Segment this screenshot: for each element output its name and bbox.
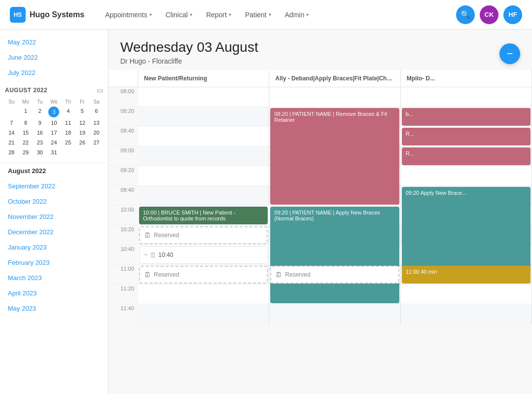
nav-label-patient: Patient <box>245 11 267 19</box>
calendar-grid-body: 08:0008:2008:4009:0009:2009:4010:0010:20… <box>108 87 532 324</box>
time-slot-08:20: 08:20 <box>108 107 138 127</box>
slot-col0-11:20[interactable] <box>138 285 269 304</box>
mini-cal-day-12[interactable]: 12 <box>76 118 89 127</box>
mini-cal-day-25[interactable]: 25 <box>62 138 75 147</box>
sidebar-month-June-2022[interactable]: June 2022 <box>0 50 108 65</box>
mini-cal-day-10[interactable]: 10 <box>47 118 61 127</box>
chevron-icon-admin: ▾ <box>306 12 309 17</box>
mini-cal-day-13[interactable]: 13 <box>90 118 103 127</box>
slot-col0-08:20[interactable] <box>138 107 269 127</box>
sidebar-month-March-2023[interactable]: March 2023 <box>0 270 108 286</box>
appt-col3-b[interactable]: b... <box>402 108 531 126</box>
mini-cal-day-8[interactable]: 8 <box>19 118 33 127</box>
mini-cal-day-1[interactable]: 1 <box>19 107 33 117</box>
mini-cal-day-9[interactable]: 9 <box>33 118 46 127</box>
mini-cal-day-header: Su <box>5 98 18 106</box>
nav-item-appointments[interactable]: Appointments▾ <box>99 7 158 23</box>
calendar-area[interactable]: New Patient/Returning Ally - Deband|Appl… <box>108 70 532 394</box>
slot-col2-09:20[interactable] <box>401 166 532 186</box>
appt-col3-r1[interactable]: R... <box>402 128 531 145</box>
search-button[interactable]: 🔍 <box>456 5 475 24</box>
chevron-icon-report: ▾ <box>229 12 231 17</box>
sidebar-month-January-2023[interactable]: January 2023 <box>0 240 108 255</box>
sidebar-month-May-2022[interactable]: May 2022 <box>0 35 108 50</box>
appt-reserved-1100[interactable]: 🗓Reserved <box>139 266 268 284</box>
avatar-hf[interactable]: HF <box>503 5 522 24</box>
appt-col3-r2[interactable]: R... <box>402 147 531 165</box>
slot-col0-09:20[interactable] <box>138 166 269 186</box>
mini-cal-day-5[interactable]: 5 <box>76 107 89 117</box>
mini-cal-day-29[interactable]: 29 <box>19 148 33 157</box>
mini-cal-day-26[interactable]: 26 <box>76 138 89 147</box>
slot-col0-09:40[interactable] <box>138 186 269 206</box>
mini-cal-day-19[interactable]: 19 <box>76 128 89 137</box>
time-slot-11:00: 11:00 <box>108 265 138 285</box>
sidebar-month-October-2022[interactable]: October 2022 <box>0 194 108 209</box>
sidebar-month-September-2022[interactable]: September 2022 <box>0 179 108 194</box>
slot-col2-11:20[interactable] <box>401 285 532 304</box>
avatar-ck[interactable]: CK <box>480 5 498 24</box>
nav-links: Appointments▾Clinical▾Report▾Patient▾Adm… <box>99 7 456 23</box>
mini-cal-nav-icon[interactable]: ▭ <box>97 86 103 94</box>
mini-cal-day-header: We <box>47 98 61 106</box>
sidebar-month-February-2023[interactable]: February 2023 <box>0 255 108 270</box>
sidebar-month-August-2022[interactable]: August 2022 <box>0 163 108 179</box>
mini-cal-day-31[interactable]: 31 <box>47 148 61 157</box>
slot-col0-11:40[interactable] <box>138 304 269 324</box>
mini-cal-day-14[interactable]: 14 <box>5 128 18 137</box>
mini-cal-day-7[interactable]: 7 <box>5 118 18 127</box>
appt-placeholder-1040[interactable]: − 🗓 10:40 <box>139 246 268 264</box>
mini-cal-day-21[interactable]: 21 <box>5 138 18 147</box>
mini-cal-day-4[interactable]: 4 <box>62 107 75 117</box>
mini-cal-day-28[interactable]: 28 <box>5 148 18 157</box>
nav-item-report[interactable]: Report▾ <box>200 7 237 23</box>
slot-col2-08:00[interactable] <box>401 87 532 107</box>
mini-cal-empty <box>90 148 103 157</box>
sidebar-month-April-2023[interactable]: April 2023 <box>0 286 108 301</box>
mini-cal-day-23[interactable]: 23 <box>33 138 46 147</box>
fab-minus-button[interactable]: − <box>499 43 520 64</box>
mini-cal-day-6[interactable]: 6 <box>90 107 103 117</box>
appt-reserved-col2-1100[interactable]: 🗓Reserved <box>270 266 399 284</box>
appt-remove-braces[interactable]: 08:20 | PATIENT NAME | Remove Braces & F… <box>270 108 399 205</box>
slot-col0-08:00[interactable] <box>138 87 269 107</box>
mini-cal-day-27[interactable]: 27 <box>90 138 103 147</box>
mini-cal-day-24[interactable]: 24 <box>47 138 61 147</box>
nav-item-clinical[interactable]: Clinical▾ <box>160 7 198 23</box>
nav-label-clinical: Clinical <box>166 11 188 19</box>
slot-col0-09:00[interactable] <box>138 146 269 166</box>
slot-col0-08:40[interactable] <box>138 127 269 146</box>
slot-col1-11:40[interactable] <box>269 304 400 324</box>
mini-cal-day-11[interactable]: 11 <box>62 118 75 127</box>
appt-reserved-1020[interactable]: 🗓Reserved <box>139 226 268 244</box>
mini-cal-day-header: Fr <box>76 98 89 106</box>
mini-cal-day-header: Sa <box>90 98 103 106</box>
appt-apply-braces[interactable]: 09:20 | PATIENT NAME | Apply New Braces … <box>270 207 399 303</box>
mini-cal-day-17[interactable]: 17 <box>47 128 61 137</box>
time-column: 08:0008:2008:4009:0009:2009:4010:0010:20… <box>108 87 138 324</box>
mini-cal-day-22[interactable]: 22 <box>19 138 33 147</box>
time-slot-11:40: 11:40 <box>108 304 138 324</box>
sidebar-month-July-2022[interactable]: July 2022 <box>0 65 108 80</box>
mini-cal-day-20[interactable]: 20 <box>90 128 103 137</box>
appt-col3-gold[interactable]: 11:00 40 min <box>402 266 531 284</box>
appt-bruce-smith[interactable]: 10:00 | BRUCE SMITH | New Patient -Ortho… <box>139 207 268 224</box>
mini-cal-day-18[interactable]: 18 <box>62 128 75 137</box>
slot-col2-11:40[interactable] <box>401 304 532 324</box>
cal-icon: 🗓 <box>150 251 156 259</box>
slot-col1-08:00[interactable] <box>269 87 400 107</box>
nav-item-admin[interactable]: Admin▾ <box>279 7 315 23</box>
mini-cal-day-15[interactable]: 15 <box>19 128 33 137</box>
mini-cal-day-2[interactable]: 2 <box>33 107 46 117</box>
sidebar-month-December-2022[interactable]: December 2022 <box>0 224 108 240</box>
mini-cal-day-30[interactable]: 30 <box>33 148 46 157</box>
mini-cal-day-16[interactable]: 16 <box>33 128 46 137</box>
mini-cal-day-3[interactable]: 3 <box>48 107 59 117</box>
sidebar-month-May-2023[interactable]: May 2023 <box>0 301 108 316</box>
reserved-icon: 🗓 <box>144 271 151 279</box>
time-slot-10:00: 10:00 <box>108 206 138 225</box>
time-slot-08:40: 08:40 <box>108 127 138 146</box>
nav-item-patient[interactable]: Patient▾ <box>239 7 277 23</box>
sidebar-month-November-2022[interactable]: November 2022 <box>0 209 108 224</box>
mini-cal-empty <box>76 148 89 157</box>
